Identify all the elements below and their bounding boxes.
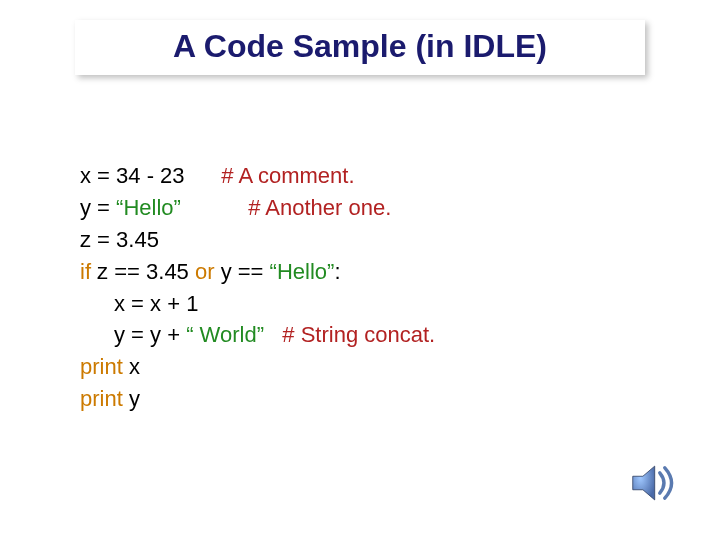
code-line-4: if z == 3.45 or y == “Hello”: [80, 256, 435, 288]
code-line-5: x = x + 1 [80, 288, 435, 320]
code-block: x = 34 - 23 # A comment. y = “Hello” # A… [80, 160, 435, 415]
code-text: x = 34 - 23 [80, 163, 185, 188]
code-text: x = x + 1 [114, 291, 198, 316]
code-line-2: y = “Hello” # Another one. [80, 192, 435, 224]
code-line-7: print x [80, 351, 435, 383]
comment-text: # String concat. [282, 322, 435, 347]
keyword-if: if [80, 259, 91, 284]
string-literal: “Hello” [270, 259, 335, 284]
code-text: y = [80, 195, 116, 220]
comment-text: # Another one. [248, 195, 391, 220]
code-text: z = 3.45 [80, 227, 159, 252]
keyword-print: print [80, 386, 123, 411]
code-text: : [334, 259, 340, 284]
keyword-or: or [195, 259, 215, 284]
string-literal: “Hello” [116, 195, 181, 220]
slide-title: A Code Sample (in IDLE) [173, 28, 547, 64]
comment-text: # A comment. [221, 163, 354, 188]
speaker-icon [626, 456, 680, 510]
string-literal: “ World” [186, 322, 264, 347]
code-line-3: z = 3.45 [80, 224, 435, 256]
code-text: y = y + [114, 322, 186, 347]
code-text: z == 3.45 [91, 259, 195, 284]
keyword-print: print [80, 354, 123, 379]
code-text: y [123, 386, 140, 411]
code-text: y == [215, 259, 270, 284]
code-line-6: y = y + “ World” # String concat. [80, 319, 435, 351]
code-text: x [123, 354, 140, 379]
code-line-1: x = 34 - 23 # A comment. [80, 160, 435, 192]
slide-title-box: A Code Sample (in IDLE) [75, 20, 645, 75]
code-line-8: print y [80, 383, 435, 415]
